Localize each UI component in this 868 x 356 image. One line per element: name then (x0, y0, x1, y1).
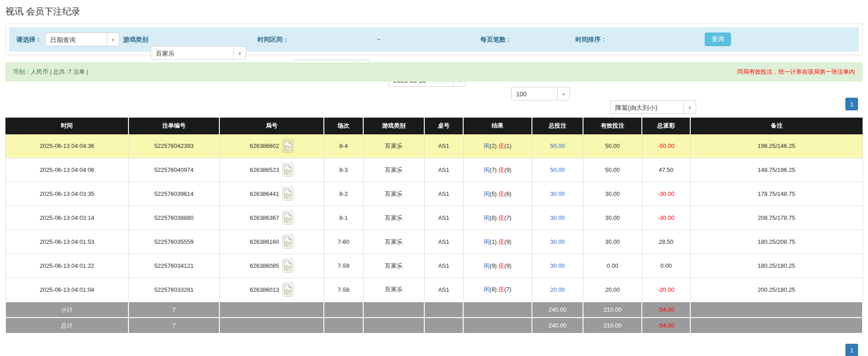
result-player-score: (9) (489, 262, 497, 269)
video-replay-button[interactable] (282, 139, 294, 153)
time-sort-label: 时间排序 : (575, 33, 605, 46)
total-bet-link[interactable]: 30.00 (550, 262, 565, 269)
cell-remark: 178.75/148.75 (690, 182, 863, 206)
total-bet-link[interactable]: 50.00 (550, 142, 565, 149)
game-type-label: 游戏类别 (123, 33, 148, 46)
cell-result: 闲(8) 庄(7) (463, 206, 532, 230)
cell-round: 626386085 (219, 254, 324, 278)
total-bet-link[interactable]: 20.00 (550, 286, 565, 293)
total-bet-link[interactable]: 30.00 (550, 214, 565, 221)
total-bet-link[interactable]: 50.00 (550, 166, 565, 173)
result-banker-score: (1) (504, 142, 512, 149)
time-sort-value: 降冪(由大到小) (615, 104, 657, 111)
chevron-down-icon[interactable]: ▾ (557, 87, 569, 100)
video-file-icon (284, 213, 292, 223)
cell-total-bet: 30.00 (532, 230, 583, 254)
video-replay-button[interactable] (282, 259, 294, 273)
result-banker-score: (9) (504, 262, 512, 269)
round-number: 626386160 (250, 238, 279, 245)
chevron-down-icon[interactable]: ▾ (233, 47, 246, 59)
col-header-0: 时间 (5, 118, 128, 134)
video-file-icon (284, 141, 292, 151)
video-replay-button[interactable] (282, 187, 294, 201)
total-row: 总计7240.00210.00-54.00 (5, 318, 863, 333)
cell-game-type: 百家乐 (363, 206, 424, 230)
cell-round: 626386367 (219, 206, 324, 230)
cell-session: 8-3 (324, 158, 363, 182)
total-bet-link[interactable]: 30.00 (550, 238, 565, 245)
result-player-score: (8) (489, 214, 497, 221)
subtotal-row-cell-7: 240.00 (532, 302, 583, 318)
page-title: 视讯 会员下注纪录 (5, 5, 81, 18)
pagination-page-1-top[interactable]: 1 (845, 98, 858, 110)
subtotal-row-cell-10 (690, 302, 863, 318)
cell-result: 闲(2) 庄(1) (463, 134, 532, 158)
cell-time: 2025-06-13 04:01:04 (5, 278, 128, 302)
cell-bet-id: 522576033281 (128, 278, 219, 302)
result-banker-label: 庄 (498, 286, 504, 293)
chevron-down-icon[interactable]: ▾ (107, 33, 119, 46)
video-file-icon (284, 237, 292, 247)
total-bet-link[interactable]: 30.00 (550, 190, 565, 197)
cell-table-number: AS1 (424, 254, 463, 278)
result-banker-label: 庄 (498, 190, 504, 197)
result-banker-score: (6) (504, 190, 512, 197)
col-header-4: 游戏类别 (363, 118, 424, 134)
total-row-cell-8: 210.00 (583, 318, 642, 333)
time-sort-select[interactable]: 降冪(由大到小) ▾ (610, 100, 696, 114)
cell-table-number: AS1 (424, 158, 463, 182)
cell-session: 7-58 (324, 278, 363, 302)
summary-bar: 币别：人民币 | 总共 :7 注单 | 同局有效投注，统一计算在该局第一张注单内 (5, 62, 863, 81)
total-row-cell-2 (219, 318, 324, 333)
cell-game-type: 百家乐 (363, 134, 424, 158)
chevron-down-icon[interactable]: ▾ (683, 101, 696, 114)
video-replay-button[interactable] (282, 163, 294, 177)
round-number: 626386441 (250, 190, 279, 197)
total-row-cell-1: 7 (128, 318, 219, 333)
video-replay-button[interactable] (282, 211, 294, 225)
subtotal-row-cell-8: 210.00 (583, 302, 642, 318)
video-replay-button[interactable] (282, 235, 294, 249)
cell-payout: 47.50 (642, 158, 690, 182)
query-type-select[interactable]: 日期查询 ▾ (45, 33, 119, 46)
cell-time: 2025-06-13 04:04:06 (5, 158, 128, 182)
cell-table-number: AS1 (424, 230, 463, 254)
cell-round: 626386602 (219, 134, 324, 158)
cell-session: 8-2 (324, 182, 363, 206)
cell-time: 2025-06-13 04:01:22 (5, 254, 128, 278)
cell-round: 626386013 (219, 278, 324, 302)
search-button[interactable]: 查询 (705, 33, 731, 46)
cell-bet-id: 522576042393 (128, 134, 219, 158)
col-header-6: 结果 (463, 118, 532, 134)
video-file-icon (284, 165, 292, 175)
filter-bar: 请选择： 日期查询 ▾ 游戏类别 百家乐 ▾ 时间区间： 2025-06-13 … (9, 27, 859, 52)
cell-time: 2025-06-13 04:01:53 (5, 230, 128, 254)
cell-total-bet: 50.00 (532, 158, 583, 182)
cell-game-type: 百家乐 (363, 230, 424, 254)
col-header-2: 局号 (219, 118, 324, 134)
cell-result: 闲(9) 庄(9) (463, 254, 532, 278)
cell-valid-bet: 30.00 (583, 230, 642, 254)
page-size-select[interactable]: 100 ▾ (511, 87, 570, 100)
cell-session: 8-1 (324, 206, 363, 230)
col-header-10: 备注 (690, 118, 863, 134)
cell-time: 2025-06-13 04:03:14 (5, 206, 128, 230)
cell-result: 闲(1) 庄(9) (463, 230, 532, 254)
header-row: 时间注单编号局号场次游戏类别桌号结果总投注有效投注总派彩备注 (5, 118, 863, 134)
round-number: 626386602 (250, 142, 279, 149)
subtotal-row-cell-2 (219, 302, 324, 318)
cell-bet-id: 522576034121 (128, 254, 219, 278)
result-player-label: 闲 (484, 238, 489, 245)
cell-session: 7-60 (324, 230, 363, 254)
currency-total-text: 币别：人民币 | 总共 :7 注单 | (13, 68, 88, 76)
table-body: 2025-06-13 04:04:36522576042393626386602… (5, 134, 863, 302)
cell-payout: -30.00 (642, 206, 690, 230)
game-type-select[interactable]: 百家乐 ▾ (151, 46, 246, 60)
betting-records-page: 视讯 会员下注纪录 请选择： 日期查询 ▾ 游戏类别 百家乐 ▾ 时间区间： 2… (0, 0, 868, 356)
cell-bet-id: 522576040974 (128, 158, 219, 182)
pagination-page-1-bottom[interactable]: 1 (845, 344, 858, 356)
table-row: 2025-06-13 04:03:35522576039614626386441… (5, 182, 863, 206)
cell-bet-id: 522576039614 (128, 182, 219, 206)
video-replay-button[interactable] (282, 283, 294, 297)
cell-time: 2025-06-13 04:04:36 (5, 134, 128, 158)
